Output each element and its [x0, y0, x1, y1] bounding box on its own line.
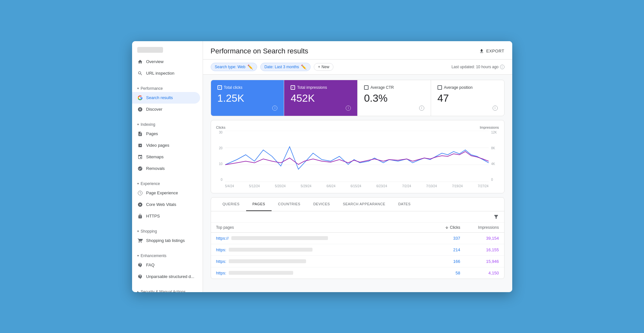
x-label-3: 5/29/24 [301, 184, 311, 188]
x-label-2: 5/20/24 [275, 184, 285, 188]
info-icon: i [500, 65, 505, 69]
section-header-security[interactable]: ▸ Security & Manual Actions [132, 286, 203, 292]
sidebar-item-sitemaps[interactable]: Sitemaps [132, 151, 200, 163]
chevron-indexing: ▾ [137, 123, 139, 126]
x-label-0: 5/4/24 [225, 184, 234, 188]
sidebar-item-unparsable[interactable]: Unparsable structured d... [132, 271, 200, 282]
col-clicks-header[interactable]: Clicks [422, 225, 460, 230]
tab-queries[interactable]: QUERIES [216, 198, 246, 211]
cell-clicks-3: 58 [422, 271, 460, 275]
sitemaps-label: Sitemaps [146, 154, 164, 159]
table-row[interactable]: https: 166 15,946 [211, 256, 504, 267]
last-updated-text: Last updated: 10 hours ago [451, 65, 498, 69]
page-title: Performance on Search results [211, 47, 308, 55]
sidebar-item-page-experience[interactable]: Page Experience [132, 187, 200, 199]
core-web-vitals-label: Core Web Vitals [146, 202, 176, 207]
discover-icon [137, 106, 143, 112]
url-blur-0 [231, 236, 328, 240]
export-label: EXPORT [486, 49, 504, 53]
removals-icon [137, 166, 143, 171]
x-label-9: 7/19/24 [452, 184, 463, 188]
tab-pages[interactable]: PAGES [246, 198, 272, 211]
x-label-5: 6/15/24 [351, 184, 361, 188]
metric-total-impressions[interactable]: ✓ Total impressions 452K i [284, 80, 358, 116]
clicks-info-icon[interactable]: i [272, 106, 277, 111]
page-experience-icon [137, 190, 143, 196]
metric-total-clicks[interactable]: ✓ Total clicks 1.25K i [211, 80, 284, 116]
tab-dates[interactable]: DATES [392, 198, 417, 211]
sidebar-item-url-inspection[interactable]: URL inspection [132, 68, 200, 79]
section-header-experience[interactable]: ▾ Experience [132, 178, 203, 187]
tabs-row: QUERIES PAGES COUNTRIES DEVICES SEARCH A… [211, 198, 504, 211]
sidebar-item-https[interactable]: HTTPS [132, 210, 200, 222]
section-header-shopping[interactable]: ▾ Shopping [132, 226, 203, 235]
last-updated: Last updated: 10 hours ago i [451, 65, 504, 69]
sidebar-item-discover[interactable]: Discover [132, 104, 200, 115]
sidebar-item-core-web-vitals[interactable]: Core Web Vitals [132, 199, 200, 210]
table-row[interactable]: https: 58 4,150 [211, 267, 504, 279]
cell-page-2: https: [216, 259, 422, 264]
impressions-checkbox: ✓ [291, 85, 295, 90]
export-button[interactable]: EXPORT [479, 49, 504, 54]
clicks-info: i [217, 106, 278, 111]
new-label: New [322, 65, 329, 69]
y-left-max: 30 [219, 131, 222, 134]
sidebar-item-faq[interactable]: FAQ [132, 259, 200, 271]
main-content: Performance on Search results EXPORT Sea… [203, 41, 512, 292]
position-info-icon[interactable]: i [493, 106, 498, 111]
table-header: Top pages Clicks Impressions [211, 223, 504, 233]
sidebar: Overview URL inspection ▾ Performance Se… [132, 41, 203, 292]
section-header-enhancements[interactable]: ▾ Enhancements [132, 250, 203, 259]
sidebar-item-search-results[interactable]: Search results [132, 92, 200, 104]
impressions-info-icon[interactable]: i [346, 106, 351, 111]
chevron-experience: ▾ [137, 182, 139, 185]
ctr-info-icon[interactable]: i [419, 106, 424, 111]
sidebar-logo [132, 41, 203, 56]
date-filter[interactable]: Date: Last 3 months ✏️ [260, 63, 311, 71]
ctr-label: Average CTR [370, 85, 394, 90]
sidebar-item-overview[interactable]: Overview [132, 56, 200, 68]
search-type-filter[interactable]: Search type: Web ✏️ [211, 63, 257, 71]
faq-label: FAQ [146, 263, 155, 267]
cell-impressions-2: 15,946 [460, 259, 499, 264]
toolbar: Search type: Web ✏️ Date: Last 3 months … [203, 60, 512, 75]
sidebar-item-removals[interactable]: Removals [132, 163, 200, 174]
metric-average-position[interactable]: Average position 47 i [431, 80, 504, 116]
sidebar-item-shopping-tab[interactable]: Shopping tab listings [132, 235, 200, 246]
core-web-vitals-icon [137, 202, 143, 208]
tab-devices[interactable]: DEVICES [307, 198, 336, 211]
https-label: HTTPS [146, 214, 160, 218]
tab-search-appearance[interactable]: SEARCH APPEARANCE [336, 198, 392, 211]
metric-ctr-header: Average CTR [364, 85, 424, 90]
chevron-shopping: ▾ [137, 229, 139, 233]
pages-label: Pages [146, 131, 158, 136]
ctr-value: 0.3% [364, 92, 424, 104]
sidebar-item-video-pages[interactable]: Video pages [132, 140, 200, 151]
discover-label: Discover [146, 107, 163, 112]
filter-icon[interactable] [493, 214, 499, 220]
date-label: Date: Last 3 months [264, 65, 299, 69]
y-right-mid: 8K [491, 146, 495, 150]
unparsable-label: Unparsable structured d... [146, 274, 195, 279]
metric-impressions-header: ✓ Total impressions [291, 85, 351, 90]
app-window: Overview URL inspection ▾ Performance Se… [132, 41, 512, 292]
new-button[interactable]: + New [314, 63, 333, 71]
x-label-4: 6/6/24 [326, 184, 335, 188]
pages-icon [137, 131, 143, 137]
impressions-value: 452K [291, 92, 351, 104]
ctr-checkbox [364, 85, 369, 90]
table-row[interactable]: https: 214 16,155 [211, 244, 504, 256]
y-right-low: 4K [491, 162, 495, 166]
chevron-enhancements: ▾ [137, 254, 139, 257]
chart-y-right-label: Impressions [480, 125, 499, 129]
metric-average-ctr[interactable]: Average CTR 0.3% i [358, 80, 431, 116]
y-axis-left: 30 20 10 0 [216, 131, 223, 188]
section-header-performance[interactable]: ▾ Performance [132, 83, 203, 92]
sidebar-item-pages[interactable]: Pages [132, 128, 200, 140]
y-left-low: 10 [219, 162, 222, 166]
main-header: Performance on Search results EXPORT [203, 41, 512, 60]
table-row[interactable]: https:// 337 39,154 [211, 233, 504, 244]
section-header-indexing[interactable]: ▾ Indexing [132, 119, 203, 128]
clicks-checkbox: ✓ [217, 85, 222, 90]
tab-countries[interactable]: COUNTRIES [272, 198, 307, 211]
